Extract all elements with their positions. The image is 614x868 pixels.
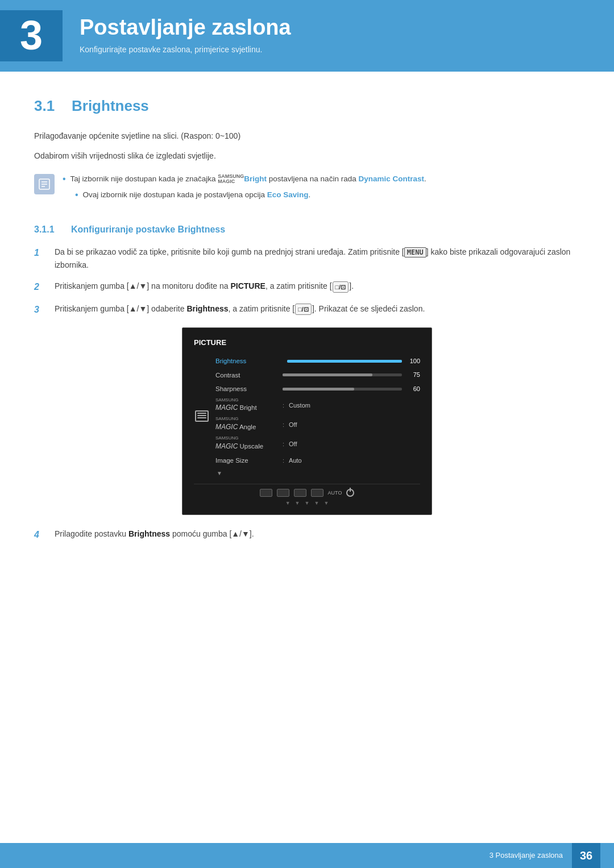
osd-text-magic-angle: Off: [289, 420, 297, 430]
intro-text-1: Prilagođavanje općenite svjetline na sli…: [34, 130, 580, 143]
menu-key: MENU: [404, 247, 426, 258]
step-text-1: Da bi se prikazao vodič za tipke, pritis…: [55, 246, 580, 272]
step-1: 1 Da bi se prikazao vodič za tipke, prit…: [34, 246, 580, 272]
chapter-title: Postavljanje zaslona: [80, 16, 291, 40]
osd-more-indicator: ▼: [215, 469, 420, 478]
chapter-subtitle: Konfigurirajte postavke zaslona, primjer…: [80, 43, 291, 56]
osd-row-brightness: Brightness 100: [215, 354, 420, 368]
osd-label-magic-bright: SAMSUNG MAGIC Bright: [215, 398, 278, 414]
osd-label-magic-upscale: SAMSUNG MAGIC Upscale: [215, 436, 278, 452]
section-heading: 3.1 Brightness: [34, 94, 580, 118]
section-number: 3.1: [34, 94, 63, 118]
osd-bar-contrast: 75: [283, 370, 420, 380]
monitor-icon: [195, 410, 209, 422]
osd-row-magic-upscale: SAMSUNG MAGIC Upscale : Off: [215, 434, 420, 454]
chapter-title-block: Postavljanje zaslona Konfigurirajte post…: [80, 16, 291, 56]
step-num-1: 1: [34, 246, 47, 260]
note-items: Taj izbornik nije dostupan kada je znača…: [63, 173, 580, 205]
osd-fill-contrast: [283, 373, 372, 376]
subsection-heading: 3.1.1 Konfiguriranje postavke Brightness: [34, 222, 580, 237]
osd-footer: AUTO: [194, 484, 420, 497]
osd-btn-plus: [294, 489, 306, 497]
osd-arrow-row: ▼ ▼ ▼ ▼ ▼: [194, 499, 420, 507]
osd-label-image-size: Image Size: [215, 455, 278, 466]
step-2: 2 Pritiskanjem gumba [▲/▼] na monitoru d…: [34, 280, 580, 294]
osd-btn-enter: [311, 489, 323, 497]
osd-bar-magic-upscale: : Off: [283, 439, 420, 450]
osd-slider-sharpness: [283, 388, 402, 391]
osd-title: PICTURE: [194, 337, 420, 349]
osd-bar-sharpness: 60: [283, 384, 420, 394]
page-footer: 3 Postavljanje zaslona 36: [0, 843, 614, 868]
osd-monitor-icon-area: [194, 354, 210, 478]
osd-fill-sharpness: [283, 388, 354, 391]
osd-label-contrast: Contrast: [215, 370, 278, 380]
osd-btn-minus: [277, 489, 289, 497]
steps-list: 1 Da bi se prikazao vodič za tipke, prit…: [34, 246, 580, 542]
osd-bar-magic-angle: : Off: [283, 420, 420, 430]
osd-row-sharpness: Sharpness 60: [215, 382, 420, 396]
step-text-3: Pritiskanjem gumba [▲/▼] odaberite Brigh…: [55, 302, 580, 315]
footer-chapter-text: 3 Postavljanje zaslona: [489, 850, 563, 862]
osd-fill-brightness: [287, 360, 402, 363]
step-4: 4 Prilagodite postavku Brightness pomoću…: [34, 528, 580, 542]
step-num-3: 3: [34, 302, 47, 317]
osd-row-magic-bright: SAMSUNG MAGIC Bright : Custom: [215, 396, 420, 416]
osd-text-magic-bright: Custom: [289, 401, 310, 411]
osd-row-magic-angle: SAMSUNG MAGIC Angle : Off: [215, 415, 420, 434]
footer-page-number: 36: [572, 843, 600, 868]
osd-text-image-size: Auto: [289, 456, 302, 466]
osd-label-sharpness: Sharpness: [215, 384, 278, 394]
osd-menu: Brightness 100 Contrast: [215, 354, 420, 478]
chapter-header: 3 Postavljanje zaslona Konfigurirajte po…: [0, 0, 614, 72]
step-num-2: 2: [34, 280, 47, 294]
osd-value-sharpness: 60: [406, 384, 420, 394]
note-item-2: Ovaj izbornik nije dostupan kada je post…: [75, 189, 580, 201]
osd-label-magic-angle: SAMSUNG MAGIC Angle: [215, 417, 278, 433]
intro-text-2: Odabirom viših vrijednosti slika će izgl…: [34, 149, 580, 163]
osd-bar-brightness: 100: [283, 356, 420, 367]
subsection-title: Konfiguriranje postavke Brightness: [71, 222, 225, 237]
osd-container: PICTURE Brightness: [34, 327, 580, 515]
note-box: Taj izbornik nije dostupan kada je znača…: [34, 173, 580, 205]
chapter-number-box: 3: [0, 10, 63, 61]
step-num-4: 4: [34, 528, 47, 542]
osd-bar-magic-bright: : Custom: [283, 401, 420, 411]
step-text-4: Prilagodite postavku Brightness pomoću g…: [55, 528, 580, 541]
osd-label-brightness: Brightness: [215, 356, 278, 366]
osd-body: Brightness 100 Contrast: [194, 354, 420, 478]
osd-power-btn: [346, 489, 354, 497]
osd-slider-brightness: [287, 360, 402, 363]
main-content: 3.1 Brightness Prilagođavanje općenite s…: [0, 94, 614, 595]
osd-btn-auto-label: AUTO: [328, 489, 342, 497]
step-3: 3 Pritiskanjem gumba [▲/▼] odaberite Bri…: [34, 302, 580, 317]
osd-text-magic-upscale: Off: [289, 439, 297, 450]
osd-row-image-size: Image Size : Auto: [215, 454, 420, 467]
note-item-1: Taj izbornik nije dostupan kada je znača…: [63, 173, 580, 185]
osd-bar-image-size: : Auto: [283, 456, 420, 466]
osd-screen: PICTURE Brightness: [182, 327, 432, 515]
osd-slider-contrast: [283, 373, 402, 376]
subsection-number: 3.1.1: [34, 222, 65, 237]
osd-btn-left: [260, 489, 272, 497]
section-title: Brightness: [72, 94, 149, 118]
chapter-number: 3: [20, 3, 43, 68]
note-icon: [34, 174, 55, 194]
osd-value-contrast: 75: [406, 370, 420, 380]
osd-row-contrast: Contrast 75: [215, 368, 420, 382]
osd-value-brightness: 100: [406, 356, 420, 367]
step-text-2: Pritiskanjem gumba [▲/▼] na monitoru dođ…: [55, 280, 580, 293]
